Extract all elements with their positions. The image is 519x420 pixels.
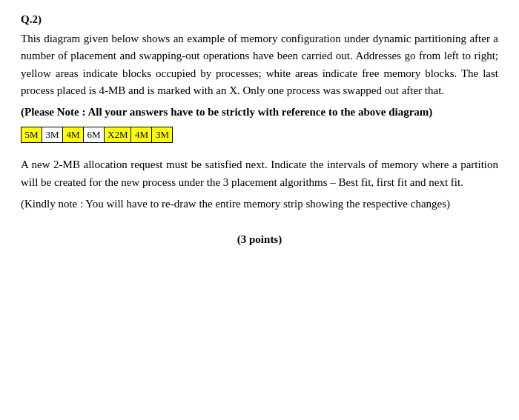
memory-block-3m-1: 3M <box>42 127 63 143</box>
bold-note: (Please Note : All your answers have to … <box>21 104 498 121</box>
memory-strip: 5M 3M 4M 6M X2M 4M 3M <box>21 127 498 143</box>
memory-block-4m-2: 4M <box>131 127 152 143</box>
memory-block-3m-2: 3M <box>152 127 173 143</box>
memory-block-4m-1: 4M <box>63 127 84 143</box>
points: (3 points) <box>21 233 498 246</box>
paragraph-3: (Kindly note : You will have to re-draw … <box>21 196 498 213</box>
paragraph-2: A new 2-MB allocation request must be sa… <box>21 156 498 191</box>
question-label: Q.2) <box>21 13 498 26</box>
memory-block-5m: 5M <box>22 127 42 143</box>
memory-block-x2m: X2M <box>105 127 131 143</box>
memory-block-6m: 6M <box>84 127 105 143</box>
question-container: Q.2) This diagram given below shows an e… <box>21 13 498 246</box>
paragraph-1: This diagram given below shows an exampl… <box>21 30 498 99</box>
